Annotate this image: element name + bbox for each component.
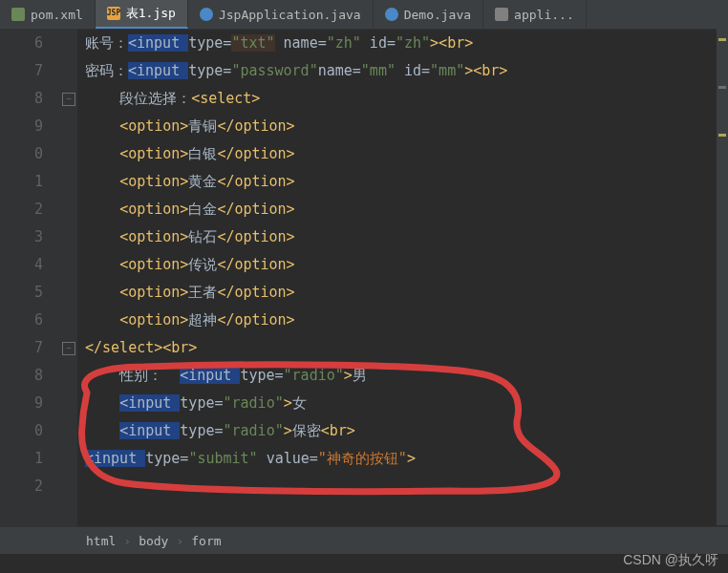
code-line: <option>黄金</option>: [85, 168, 728, 196]
stripe-mark: [718, 38, 726, 41]
code-line: 性别： <input type="radio">男: [85, 362, 728, 390]
code-line: <option>青铜</option>: [85, 113, 728, 140]
code-line: 密码：<input type="password"name="mm" id="m…: [85, 57, 728, 85]
line-number: 6: [0, 30, 43, 57]
prop-icon: [495, 8, 508, 21]
tab-appli[interactable]: appli...: [483, 0, 587, 29]
code-line: <option>白金</option>: [85, 196, 728, 223]
code-line: <option>超神</option>: [85, 307, 728, 334]
editor-tabs: pom.xml JSP 表1.jsp JspApplication.java D…: [0, 0, 728, 30]
code-line: <option>王者</option>: [85, 279, 728, 307]
code-line: <input type="radio">女: [85, 390, 728, 417]
code-line: <option>钻石</option>: [85, 223, 728, 251]
line-number: 2: [0, 196, 43, 223]
crumb-html[interactable]: html: [86, 534, 116, 548]
crumb-form[interactable]: form: [191, 534, 221, 548]
code-line: <option>传说</option>: [85, 251, 728, 279]
code-line: <option>白银</option>: [85, 140, 728, 168]
xml-icon: [11, 8, 25, 21]
tab-label: appli...: [514, 8, 574, 22]
code-editor[interactable]: 6 7 8 9 0 1 2 3 4 5 6 7 8 9 0 1 2 − − 账号…: [0, 30, 728, 526]
code-line: <input type="submit" value="神奇的按钮">: [85, 445, 728, 473]
watermark: CSDN @执久呀: [623, 552, 718, 569]
code-line: 段位选择：<select>: [85, 85, 728, 113]
stripe-mark: [718, 134, 726, 137]
jsp-icon: JSP: [107, 7, 120, 20]
fold-icon[interactable]: −: [62, 93, 75, 106]
tab-jsp-active[interactable]: JSP 表1.jsp: [96, 0, 188, 29]
code-line: 账号：<input type="txt" name="zh" id="zh"><…: [85, 30, 728, 57]
tab-label: JspApplication.java: [219, 8, 361, 22]
breadcrumb-bar: html › body › form: [0, 526, 728, 554]
line-gutter: 6 7 8 9 0 1 2 3 4 5 6 7 8 9 0 1 2: [0, 30, 60, 526]
tab-jspapp[interactable]: JspApplication.java: [188, 0, 374, 29]
line-number: 5: [0, 279, 43, 307]
code-line: <input type="radio">保密<br>: [85, 417, 728, 445]
error-stripe[interactable]: [717, 29, 728, 525]
crumb-body[interactable]: body: [139, 534, 168, 548]
line-number: 9: [0, 390, 43, 417]
tab-label: Demo.java: [404, 8, 471, 22]
line-number: 2: [0, 473, 43, 500]
stripe-mark: [718, 86, 726, 89]
line-number: 1: [0, 445, 43, 473]
tab-label: 表1.jsp: [126, 5, 176, 22]
line-number: 7: [0, 334, 43, 362]
line-number: 3: [0, 223, 43, 251]
line-number: 1: [0, 168, 43, 196]
line-number: 9: [0, 113, 43, 140]
code-line: </select><br>: [85, 334, 728, 362]
java-icon: [385, 8, 398, 21]
line-number: 0: [0, 140, 43, 168]
line-number: 7: [0, 57, 43, 85]
chevron-right-icon: ›: [123, 534, 131, 548]
fold-column: − −: [60, 30, 77, 526]
code-line: [85, 473, 728, 500]
fold-icon[interactable]: −: [62, 342, 75, 355]
line-number: 6: [0, 307, 43, 334]
line-number: 8: [0, 85, 43, 113]
tab-pom[interactable]: pom.xml: [0, 0, 96, 29]
tab-demo[interactable]: Demo.java: [374, 0, 483, 29]
line-number: 0: [0, 417, 43, 445]
line-number: 4: [0, 251, 43, 279]
line-number: 8: [0, 362, 43, 390]
code-area[interactable]: 账号：<input type="txt" name="zh" id="zh"><…: [77, 30, 728, 526]
tab-label: pom.xml: [31, 8, 83, 22]
chevron-right-icon: ›: [176, 534, 183, 548]
java-icon: [200, 8, 213, 21]
